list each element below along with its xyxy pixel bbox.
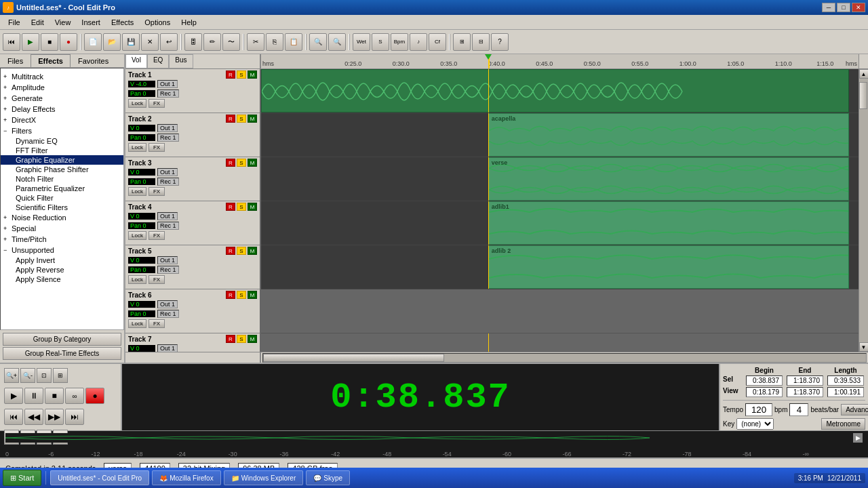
tb-record[interactable]: ● xyxy=(60,33,77,51)
next-btn[interactable]: ⏭ xyxy=(65,409,84,425)
track-5-solo-btn[interactable]: S xyxy=(237,247,246,255)
track-7-mute-btn[interactable]: M xyxy=(248,335,257,343)
tb-waveform[interactable]: 〜 xyxy=(222,33,240,51)
menu-effects[interactable]: Effects xyxy=(106,16,139,29)
start-button[interactable]: ⊞ Start xyxy=(3,470,41,486)
tree-dynamic-eq[interactable]: Dynamic EQ xyxy=(1,136,123,146)
track-5-fx-btn[interactable]: FX xyxy=(149,275,165,284)
close-button[interactable]: ✕ xyxy=(852,3,865,12)
track-3-mute-btn[interactable]: M xyxy=(248,159,257,167)
zoom-sel-btn[interactable]: ⊞ xyxy=(53,368,68,383)
tb-beats[interactable]: ♪ xyxy=(410,33,427,51)
track-3-clip[interactable]: verse xyxy=(488,157,849,201)
track-4-fx-btn[interactable]: FX xyxy=(149,231,165,240)
tb-play[interactable]: ▶ xyxy=(22,33,39,51)
track-1-clip[interactable] xyxy=(261,69,849,113)
minimize-button[interactable]: ─ xyxy=(822,3,835,12)
track-1-lock-btn[interactable]: Lock xyxy=(128,99,146,108)
view-end-val[interactable]: 1:18.370 xyxy=(787,387,823,397)
tree-scientific-filters[interactable]: Scientific Filters xyxy=(1,203,123,212)
tempo-input[interactable] xyxy=(745,403,772,416)
track-5-mute-btn[interactable]: M xyxy=(248,247,257,255)
group-category-button[interactable]: Group By Category xyxy=(3,333,121,346)
tb-snap2[interactable]: ⊟ xyxy=(472,33,490,51)
track-1-waveform[interactable] xyxy=(261,69,859,113)
vp-tab-bus[interactable]: Bus xyxy=(169,54,193,68)
maximize-button[interactable]: □ xyxy=(837,3,850,12)
rew-btn[interactable]: ◀◀ xyxy=(24,409,43,425)
tree-directx[interactable]: + DirectX xyxy=(1,115,123,125)
tree-multitrack[interactable]: + Multitrack xyxy=(1,71,123,82)
tb-zoom-in[interactable]: 🔍 xyxy=(309,33,327,51)
play-btn[interactable]: ▶ xyxy=(4,388,23,404)
tb-fx1[interactable]: S xyxy=(372,33,389,51)
tab-files[interactable]: Files xyxy=(0,54,31,67)
tree-special[interactable]: + Special xyxy=(1,223,123,234)
tree-apply-silence[interactable]: Apply Silence xyxy=(1,274,123,284)
tb-close[interactable]: ✕ xyxy=(141,33,159,51)
track-2-waveform[interactable]: acapella xyxy=(261,113,859,157)
prev-btn[interactable]: ⏮ xyxy=(4,409,23,425)
advanced-btn[interactable]: Advanced... xyxy=(841,404,868,415)
track-1-rec-btn[interactable]: R xyxy=(226,70,235,79)
menu-help[interactable]: Help xyxy=(176,16,202,29)
tree-fft-filter[interactable]: FFT Filter xyxy=(1,146,123,155)
menu-view[interactable]: View xyxy=(50,16,77,29)
tree-apply-invert[interactable]: Apply Invert xyxy=(1,256,123,265)
tree-parametric-eq[interactable]: Parametric Equalizer xyxy=(1,184,123,193)
track-4-solo-btn[interactable]: S xyxy=(237,203,246,211)
zoom-fit-btn[interactable]: ⊡ xyxy=(37,368,52,383)
vscroll-up-btn[interactable]: ▲ xyxy=(859,69,869,79)
track-6-fx-btn[interactable]: FX xyxy=(149,319,165,328)
tb-open[interactable]: 📂 xyxy=(103,33,121,51)
tree-delay[interactable]: + Delay Effects xyxy=(1,104,123,115)
track-2-mute-btn[interactable]: M xyxy=(248,115,257,123)
pause-btn[interactable]: ⏸ xyxy=(24,388,43,404)
tb-mix[interactable]: 🎛 xyxy=(184,33,202,51)
tree-graphic-phase-shifter[interactable]: Graphic Phase Shifter xyxy=(1,165,123,174)
zoom-h-out-btn[interactable]: 🔍- xyxy=(20,368,35,383)
track-6-rec-btn[interactable]: R xyxy=(226,291,235,299)
track-5-rec-btn[interactable]: R xyxy=(226,247,235,255)
tb-snap1[interactable]: ⊞ xyxy=(453,33,471,51)
track-1-mute-btn[interactable]: M xyxy=(248,70,257,79)
menu-options[interactable]: Options xyxy=(139,16,176,29)
taskbar-app-firefox[interactable]: 🦊 Mozilla Firefox xyxy=(152,470,220,485)
track-4-mute-btn[interactable]: M xyxy=(248,203,257,211)
tb-edit[interactable]: ✏ xyxy=(203,33,221,51)
track-2-solo-btn[interactable]: S xyxy=(237,115,246,123)
tab-favorites[interactable]: Favorites xyxy=(71,54,116,67)
taskbar-app-cool-edit[interactable]: Untitled.ses* - Cool Edit Pro xyxy=(50,470,149,485)
tab-effects[interactable]: Effects xyxy=(31,54,71,67)
tb-copy[interactable]: ⎘ xyxy=(266,33,283,51)
stop-btn[interactable]: ■ xyxy=(45,388,64,404)
zoom-h-in-btn[interactable]: 🔍+ xyxy=(4,368,19,383)
track-3-rec-btn[interactable]: R xyxy=(226,159,235,167)
tb-wet[interactable]: Wet xyxy=(353,33,370,51)
sel-length-val[interactable]: 0:39.533 xyxy=(827,375,864,386)
tb-undo[interactable]: ↩ xyxy=(160,33,178,51)
loop-btn[interactable]: ∞ xyxy=(65,388,84,404)
tb-help[interactable]: ? xyxy=(491,33,509,51)
track-4-waveform[interactable]: adlib1 xyxy=(261,201,859,245)
view-length-val[interactable]: 1:00.191 xyxy=(827,387,864,397)
tb-cut[interactable]: ✂ xyxy=(247,33,264,51)
track-5-clip[interactable]: adlib 2 xyxy=(488,245,849,289)
menu-file[interactable]: File xyxy=(3,16,26,29)
tree-apply-reverse[interactable]: Apply Reverse xyxy=(1,265,123,274)
beat-input[interactable] xyxy=(789,403,808,416)
track-6-solo-btn[interactable]: S xyxy=(237,291,246,299)
track-6-mute-btn[interactable]: M xyxy=(248,291,257,299)
track-7-rec-btn[interactable]: R xyxy=(226,335,235,343)
track-6-lock-btn[interactable]: Lock xyxy=(128,319,146,328)
track-4-lock-btn[interactable]: Lock xyxy=(128,231,146,240)
mini-waveform-scroll[interactable]: ▶ xyxy=(853,433,863,443)
vp-tab-eq[interactable]: EQ xyxy=(147,54,169,68)
vscroll-down-btn[interactable]: ▼ xyxy=(859,342,869,352)
track-3-lock-btn[interactable]: Lock xyxy=(128,187,146,196)
taskbar-app-explorer[interactable]: 📁 Windows Explorer xyxy=(224,470,304,485)
tb-new[interactable]: 📄 xyxy=(84,33,102,51)
tree-unsupported[interactable]: − Unsupported xyxy=(1,245,123,256)
tb-stop[interactable]: ■ xyxy=(41,33,58,51)
track-2-clip[interactable]: acapella xyxy=(488,113,849,157)
